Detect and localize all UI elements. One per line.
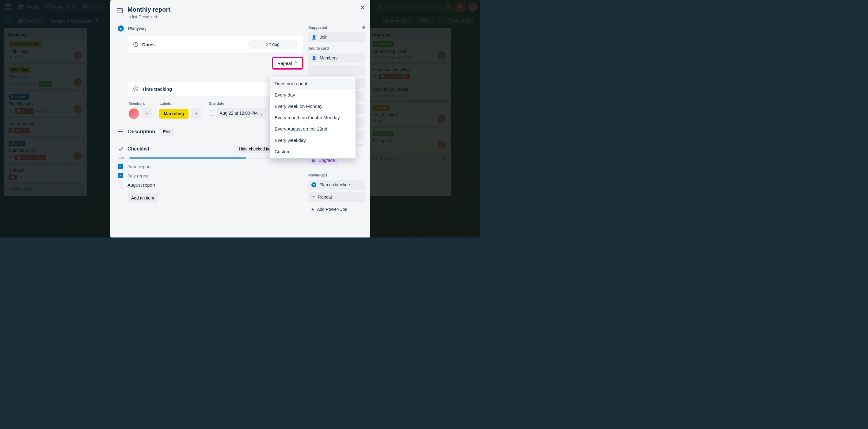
- due-checkbox[interactable]: [209, 110, 214, 116]
- checklist-item-text: July report: [127, 173, 149, 178]
- join-button[interactable]: 👤Join: [308, 32, 365, 42]
- repeat-option[interactable]: Does not repeat: [270, 78, 355, 89]
- card-icon: [117, 7, 123, 19]
- member-avatar[interactable]: [129, 109, 139, 119]
- checkbox-unchecked-icon[interactable]: [118, 182, 123, 187]
- chevron-up-icon: ⌃: [294, 60, 298, 66]
- due-date-heading: Due date: [209, 101, 266, 106]
- checkbox-checked-icon[interactable]: ✓: [118, 164, 123, 169]
- checklist-item-text: August report: [127, 182, 155, 187]
- add-label-button[interactable]: +: [191, 108, 202, 119]
- add-powerups-button[interactable]: +Add Power-Ups: [308, 204, 365, 214]
- members-button[interactable]: 👤Members: [308, 53, 365, 63]
- planyway-label: Planyway: [128, 26, 147, 31]
- user-icon: 👤: [311, 56, 317, 60]
- plan-on-timeline-button[interactable]: ◉Plan on timeline: [308, 180, 365, 190]
- card-title[interactable]: Monthly report: [127, 6, 170, 13]
- user-icon: 👤: [311, 35, 317, 39]
- suggested-heading: Suggested: [308, 25, 327, 30]
- add-to-card-heading: Add to card: [308, 46, 329, 51]
- powerups-heading: Power-Ups: [308, 173, 328, 177]
- checklist-item[interactable]: August report: [118, 182, 304, 187]
- description-heading: Description: [128, 129, 155, 134]
- members-block: Members +: [129, 101, 152, 119]
- checklist-icon: [118, 146, 124, 152]
- repeat-option[interactable]: Every month on the 4th Monday: [270, 112, 355, 123]
- checklist-item[interactable]: ✓ July report: [118, 173, 304, 178]
- due-date-button[interactable]: Aug 22 at 12:00 PM ⌄: [217, 108, 266, 118]
- svg-rect-25: [118, 131, 123, 132]
- repeat-option[interactable]: Every weekday: [270, 134, 355, 146]
- planyway-icon: ◉: [118, 25, 124, 32]
- sidebar-option[interactable]: [308, 65, 365, 76]
- add-checklist-item-button[interactable]: Add an item: [127, 193, 158, 203]
- clock-icon: [133, 42, 138, 47]
- time-tracking-label: Time tracking: [142, 86, 172, 92]
- card-modal: ✕ Monthly report in list Design 👁 ◉ Plan…: [110, 0, 370, 238]
- clock-icon: [133, 86, 138, 92]
- watch-icon[interactable]: 👁: [154, 14, 158, 19]
- add-member-button[interactable]: +: [142, 108, 152, 119]
- repeat-dropdown: Does not repeat Every day Every week on …: [270, 76, 355, 158]
- dates-box[interactable]: Dates 22 Aug: [127, 36, 304, 53]
- checklist-item[interactable]: ✓ June report: [118, 164, 304, 169]
- description-icon: [118, 129, 124, 135]
- checklist-heading: Checklist: [127, 146, 149, 152]
- members-heading: Members: [129, 101, 152, 106]
- plus-icon: +: [311, 207, 314, 212]
- label-chip[interactable]: Marketing: [159, 109, 188, 119]
- list-link[interactable]: Design: [138, 14, 152, 19]
- repeat-icon: ⟳: [311, 194, 315, 200]
- planyway-icon: ◉: [311, 182, 316, 187]
- progress-percent: 67%: [118, 156, 126, 160]
- dates-label: Dates: [142, 42, 155, 47]
- repeat-option[interactable]: Every August on the 22nd: [270, 123, 355, 134]
- close-icon[interactable]: ✕: [360, 4, 365, 12]
- date-value[interactable]: 22 Aug: [248, 40, 298, 49]
- checkbox-checked-icon[interactable]: ✓: [118, 173, 123, 178]
- repeat-powerup-button[interactable]: ⟳Repeat: [308, 192, 365, 202]
- card-list-location: in list Design 👁: [127, 14, 170, 19]
- repeat-button[interactable]: Repeat ⌃: [272, 57, 304, 69]
- repeat-option[interactable]: Custom: [270, 146, 355, 157]
- labels-block: Labels Marketing +: [159, 101, 202, 119]
- svg-rect-24: [118, 130, 123, 130]
- due-date-block: Due date Aug 22 at 12:00 PM ⌄: [209, 101, 266, 119]
- svg-rect-26: [118, 133, 121, 133]
- repeat-option[interactable]: Every week on Monday: [270, 100, 355, 112]
- checklist-item-text: June report: [127, 164, 151, 169]
- repeat-option[interactable]: Every day: [270, 89, 355, 100]
- edit-description-button[interactable]: Edit: [159, 127, 174, 136]
- labels-heading: Labels: [159, 101, 202, 106]
- gear-icon[interactable]: ⚙: [362, 25, 365, 30]
- chevron-down-icon: ⌄: [259, 111, 263, 116]
- svg-rect-20: [117, 8, 123, 13]
